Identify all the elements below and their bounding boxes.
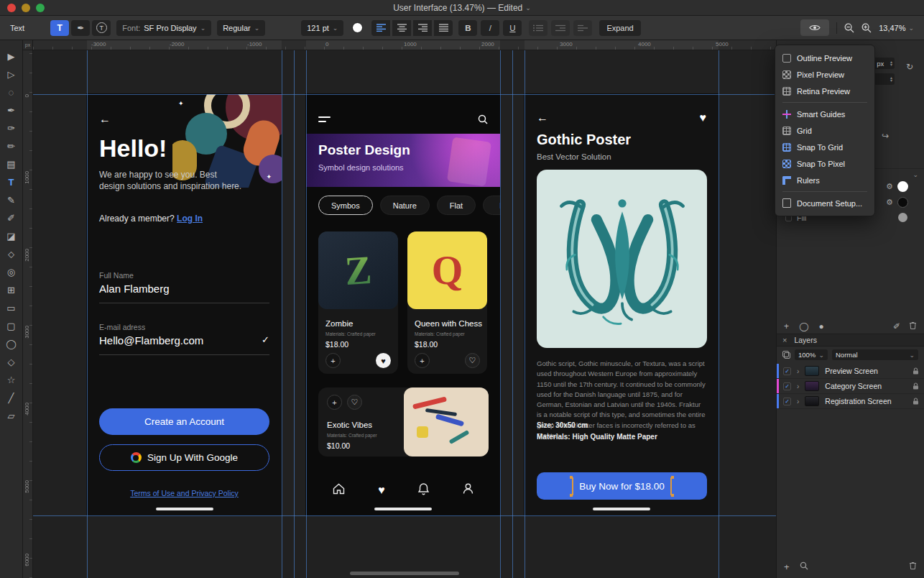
frame-text-tool-button[interactable]: T (50, 20, 69, 36)
font-size-select[interactable]: 121 pt ⌄ (301, 20, 343, 36)
opacity-select[interactable]: 100% ⌄ (795, 349, 828, 360)
text-colour-swatch[interactable] (352, 22, 363, 33)
menu-item-snap-to-grid[interactable]: Snap To Grid (775, 139, 874, 155)
path-text-tool-button[interactable]: ✒ (71, 20, 90, 36)
lasso-tool[interactable]: ◌ (2, 83, 21, 101)
paint-brush-tool[interactable]: ✏ (2, 137, 21, 155)
chip-nature[interactable]: Nature (380, 196, 430, 215)
ellipse-tool[interactable]: ◯ (2, 335, 21, 353)
chip-symbos[interactable]: Symbos (318, 196, 373, 215)
gothic-artwork-card[interactable] (537, 170, 707, 348)
favourites-nav-icon[interactable]: ♥ (378, 484, 385, 497)
pen-tool[interactable]: ✎ (2, 191, 21, 209)
layer-row-category-screen[interactable]: ✓ › Category Screen (777, 379, 924, 394)
text-tool[interactable]: T (2, 173, 21, 191)
node-tool[interactable]: ▷ (2, 65, 21, 83)
lock-icon[interactable] (913, 398, 919, 405)
artboard-category-screen[interactable]: Poster Design Symbol design solutions Sy… (306, 94, 500, 515)
ruler-corner[interactable]: px (23, 40, 33, 50)
hamburger-menu-icon[interactable] (318, 116, 331, 122)
product-card-zombie[interactable]: Z Zombie Materials: Crafted paper $18.00… (318, 231, 398, 374)
google-signup-button[interactable]: Sign Up With Google (99, 444, 269, 471)
search-icon[interactable] (478, 114, 488, 127)
add-button[interactable]: + (325, 353, 341, 368)
font-weight-select[interactable]: Regular ⌄ (217, 20, 265, 36)
gear-icon[interactable]: ⚙ (886, 182, 893, 191)
guide[interactable] (294, 50, 295, 578)
chevron-right-icon[interactable]: › (797, 367, 799, 375)
gear-icon[interactable]: ⚙ (886, 198, 893, 207)
redo-arrow-icon[interactable]: ↪ (882, 131, 889, 141)
zoom-window-button[interactable] (36, 4, 45, 12)
menu-item-grid[interactable]: Grid (775, 122, 874, 139)
artboard-preview-screen[interactable]: ← ♥ Gothic Poster Best Vector Solution (525, 94, 719, 515)
brush-icon[interactable]: ✐ (893, 321, 900, 331)
layer-row-registration-screen[interactable]: ✓ › Registration Screen (777, 394, 924, 409)
terms-link[interactable]: Terms of Use and Privacy Policy (87, 489, 282, 497)
menu-item-document-setup[interactable]: Document Setup... (775, 195, 874, 211)
bold-button[interactable]: B (458, 20, 477, 36)
rounded-rectangle-tool[interactable]: ▢ (2, 317, 21, 335)
favourite-button[interactable]: ♡ (465, 353, 480, 368)
italic-button[interactable]: / (481, 20, 499, 36)
vector-brush-tool[interactable]: ✑ (2, 119, 21, 137)
menu-item-rulers[interactable]: Rulers (775, 172, 874, 188)
zoom-tool[interactable]: ◎ (2, 263, 21, 281)
move-tool[interactable]: ▶ (2, 47, 21, 65)
menu-item-pixel-preview[interactable]: Pixel Preview (775, 66, 874, 83)
star-tool[interactable]: ☆ (2, 371, 21, 389)
stepper[interactable]: ▴▾ (890, 76, 892, 82)
back-arrow-icon[interactable]: ← (537, 111, 548, 124)
guide[interactable] (87, 50, 88, 578)
horizontal-scrollbar[interactable] (350, 572, 459, 575)
guide[interactable] (306, 50, 307, 578)
lock-icon[interactable] (913, 382, 919, 390)
close-window-button[interactable] (7, 4, 16, 12)
lock-icon[interactable] (913, 367, 919, 375)
add-button[interactable]: + (327, 395, 342, 410)
preview-title[interactable]: Gothic Poster (537, 132, 631, 148)
back-arrow-icon[interactable]: ← (99, 113, 111, 126)
favourite-button[interactable]: ♥ (376, 353, 391, 368)
indent-increase-button[interactable] (573, 20, 592, 36)
email-value[interactable]: Hello@Flamberg.com (99, 334, 203, 347)
registration-title[interactable]: Hello! (99, 134, 167, 162)
favourite-button[interactable]: ♡ (347, 395, 362, 410)
buy-now-button[interactable]: Buy Now for $18.00 (537, 472, 707, 500)
home-nav-icon[interactable] (332, 482, 346, 498)
menu-item-retina-preview[interactable]: Retina Preview (775, 83, 874, 99)
eraser-tool[interactable]: ◪ (2, 227, 21, 245)
shape-builder-tool[interactable]: ▤ (2, 155, 21, 173)
grey-colour-swatch[interactable] (898, 213, 907, 222)
layer-visibility-checkbox[interactable]: ✓ (783, 398, 791, 405)
pencil-tool[interactable]: ✐ (2, 209, 21, 227)
close-icon[interactable]: × (782, 336, 787, 344)
sync-icon[interactable]: ↻ (906, 62, 913, 72)
preview-subtitle[interactable]: Best Vector Solution (537, 152, 611, 161)
layer-row-preview-screen[interactable]: ✓ › Preview Screen (777, 364, 924, 379)
guide[interactable] (719, 50, 719, 578)
profile-nav-icon[interactable] (462, 482, 474, 498)
add-button[interactable]: + (415, 353, 430, 368)
layer-visibility-checkbox[interactable]: ✓ (783, 367, 791, 375)
horizontal-ruler[interactable]: -3000 -2000 -1000 0 1000 2000 3000 4000 … (33, 40, 776, 50)
circle-icon[interactable]: ◯ (799, 321, 808, 331)
expand-button[interactable]: Expand (599, 20, 640, 36)
line-tool[interactable]: ╱ (2, 389, 21, 407)
registration-subtitle[interactable]: We are happy to see you. Best design sol… (99, 169, 243, 192)
menu-item-smart-guides[interactable]: Smart Guides (775, 106, 874, 122)
buy-now-label-selected[interactable]: Buy Now for $18.00 (572, 479, 672, 494)
chevron-right-icon[interactable]: › (797, 382, 799, 390)
guide[interactable] (33, 515, 776, 516)
grid-tool[interactable]: ⊞ (2, 281, 21, 299)
chip-flat[interactable]: Flat (437, 196, 476, 215)
add-layer-icon[interactable]: + (784, 561, 790, 572)
delete-layer-icon[interactable] (909, 561, 917, 572)
chevron-right-icon[interactable]: › (797, 398, 799, 405)
product-card-queen[interactable]: Q Queen with Chess Materials: Crafted pa… (407, 231, 487, 374)
vertical-ruler[interactable]: 0 1000 2000 3000 4000 5000 6000 (23, 50, 33, 578)
chip-clipped[interactable]: F (483, 196, 500, 215)
stepper[interactable]: ▴▾ (890, 60, 892, 66)
colour-picker-tool[interactable]: ⬦ (2, 245, 21, 263)
layer-visibility-checkbox[interactable]: ✓ (783, 382, 791, 390)
